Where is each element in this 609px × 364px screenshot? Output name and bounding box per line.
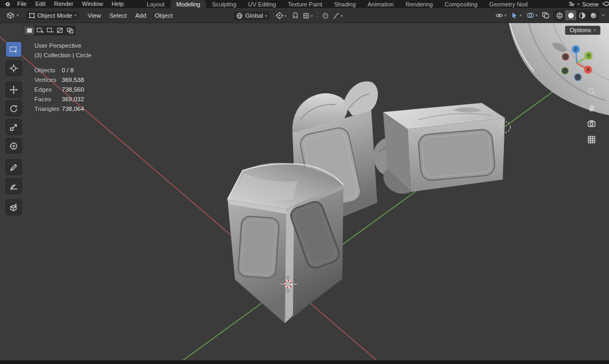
- orientation-selector[interactable]: Global ▾: [233, 11, 270, 20]
- tool-annotate-button[interactable]: [6, 160, 21, 175]
- top-menubar: File Edit Render Window Help Layout Mode…: [0, 0, 609, 8]
- tool-transform-button[interactable]: [6, 138, 21, 153]
- tool-select-box-button[interactable]: [6, 42, 21, 57]
- toolbar-left: [6, 42, 21, 219]
- xray-toggle[interactable]: [541, 11, 551, 19]
- stat-value: 369,032: [62, 94, 92, 104]
- stat-label: Faces: [34, 94, 62, 104]
- view-layer-icon[interactable]: [601, 1, 609, 8]
- viewport-nav-buttons: [585, 85, 597, 145]
- status-bar: [0, 360, 609, 364]
- snap-toggle-icon[interactable]: [291, 12, 300, 20]
- tool-settings-bar: Options ▾: [0, 23, 609, 38]
- viewport-header: ▾ Object Mode ▾ View Select Add Object G…: [0, 8, 609, 23]
- tab-sculpting[interactable]: Sculpting: [206, 0, 242, 8]
- menu-add[interactable]: Add: [131, 12, 150, 19]
- options-button[interactable]: Options ▾: [565, 26, 600, 35]
- scene-icon: [568, 1, 575, 8]
- tab-modeling[interactable]: Modeling: [171, 0, 207, 8]
- tab-texture-paint[interactable]: Texture Paint: [282, 0, 328, 8]
- gizmo-axis-neg-z[interactable]: [575, 74, 582, 81]
- menu-help[interactable]: Help: [107, 0, 128, 8]
- options-caret-icon: ▾: [593, 28, 596, 32]
- select-mode-invert-icon[interactable]: [55, 26, 65, 35]
- select-mode-subtract-icon[interactable]: [45, 26, 55, 35]
- shading-material-icon[interactable]: [576, 10, 588, 20]
- stat-value: 0 / 8: [62, 65, 92, 75]
- stat-value: 369,538: [62, 75, 92, 85]
- viewport-display-controls: ▾ ▾ ▾: [494, 10, 605, 21]
- gizmo-axis-neg-x[interactable]: [562, 54, 569, 61]
- gizmos-toggle[interactable]: ▾: [510, 11, 523, 19]
- snap-target-selector[interactable]: ▾: [302, 12, 314, 20]
- menu-view[interactable]: View: [83, 12, 105, 19]
- tool-measure-button[interactable]: [6, 179, 21, 194]
- gizmo-z-label: Z: [574, 47, 577, 52]
- camera-view-icon[interactable]: [585, 117, 597, 129]
- viewport-info-overlay: User Perspective (3) Collection | Circle…: [34, 41, 92, 114]
- select-mode-new-icon[interactable]: [24, 26, 34, 35]
- tab-rendering[interactable]: Rendering: [400, 0, 439, 8]
- menu-file[interactable]: File: [13, 0, 31, 8]
- menu-window[interactable]: Window: [78, 0, 107, 8]
- visibility-filter-selector[interactable]: ▾: [494, 12, 508, 19]
- proportional-editing-icon[interactable]: [321, 12, 330, 20]
- blender-window: File Edit Render Window Help Layout Mode…: [0, 0, 609, 364]
- shading-solid-icon[interactable]: [565, 10, 576, 20]
- stat-label: Vertices: [34, 75, 62, 85]
- tab-layout[interactable]: Layout: [141, 0, 171, 8]
- shading-options-caret-icon[interactable]: ▾: [602, 13, 604, 17]
- tool-rotate-button[interactable]: [6, 101, 21, 116]
- overlays-toggle[interactable]: ▾: [525, 11, 539, 19]
- menu-edit[interactable]: Edit: [31, 0, 50, 8]
- viewport-3d[interactable]: Options ▾: [0, 23, 609, 360]
- select-mode-extend-icon[interactable]: [34, 26, 45, 35]
- ortho-grid-icon[interactable]: [585, 133, 597, 145]
- options-label: Options: [570, 27, 591, 33]
- scene-statistics: Objects0 / 8 Vertices369,538 Edges738,56…: [34, 65, 92, 114]
- shading-wireframe-icon[interactable]: [554, 10, 565, 20]
- proportional-falloff-selector[interactable]: ▾: [332, 12, 344, 20]
- workspace-tabs: Layout Modeling Sculpting UV Editing Tex…: [141, 0, 534, 8]
- navigation-gizmo[interactable]: Z Y X: [556, 43, 597, 84]
- tab-animation[interactable]: Animation: [362, 0, 400, 8]
- menu-render[interactable]: Render: [50, 0, 78, 8]
- tool-move-button[interactable]: [6, 82, 21, 97]
- editor-type-selector[interactable]: ▾: [4, 11, 21, 20]
- orientation-label: Global: [245, 12, 263, 19]
- gizmo-y-label: Y: [587, 53, 590, 58]
- tool-cursor-button[interactable]: [6, 61, 21, 76]
- shading-mode-group: [553, 10, 599, 21]
- select-mode-group: [24, 26, 76, 35]
- mode-caret-icon: ▾: [75, 13, 77, 17]
- shading-rendered-icon[interactable]: [588, 10, 599, 20]
- pivot-point-selector[interactable]: ▾: [275, 11, 288, 20]
- menu-select[interactable]: Select: [105, 12, 131, 19]
- tab-uv-editing[interactable]: UV Editing: [242, 0, 282, 8]
- mesh-object-front-bag[interactable]: [228, 163, 343, 323]
- tool-scale-button[interactable]: [6, 120, 21, 135]
- zoom-icon[interactable]: [585, 85, 597, 97]
- tab-compositing[interactable]: Compositing: [439, 0, 483, 8]
- tab-geometry-nodes[interactable]: Geometry Nod: [483, 0, 534, 8]
- gizmo-axis-neg-y[interactable]: [562, 68, 569, 75]
- mode-selector[interactable]: Object Mode ▾: [26, 11, 79, 20]
- mesh-object-lying-box[interactable]: [373, 103, 505, 194]
- stat-value: 738,560: [62, 85, 92, 94]
- transform-controls: Global ▾ ▾ ▾ ▾: [233, 8, 343, 23]
- stat-label: Edges: [34, 85, 62, 94]
- orientation-caret-icon: ▾: [265, 14, 267, 18]
- mode-label: Object Mode: [38, 12, 72, 19]
- editor-caret-icon: ▾: [17, 13, 19, 17]
- tab-shading[interactable]: Shading: [328, 0, 362, 8]
- menu-object[interactable]: Object: [150, 12, 177, 19]
- pan-hand-icon[interactable]: [585, 101, 597, 113]
- blender-menu-icon[interactable]: [4, 1, 11, 7]
- select-mode-intersect-icon[interactable]: [65, 26, 75, 35]
- scene-selector[interactable]: ▾ Scene: [564, 1, 609, 8]
- stat-label: Objects: [34, 65, 62, 75]
- tool-add-cube-button[interactable]: [6, 200, 21, 215]
- scene-name[interactable]: Scene: [582, 1, 599, 8]
- view-perspective-label: User Perspective: [34, 41, 92, 50]
- stat-value: 738,064: [62, 104, 92, 114]
